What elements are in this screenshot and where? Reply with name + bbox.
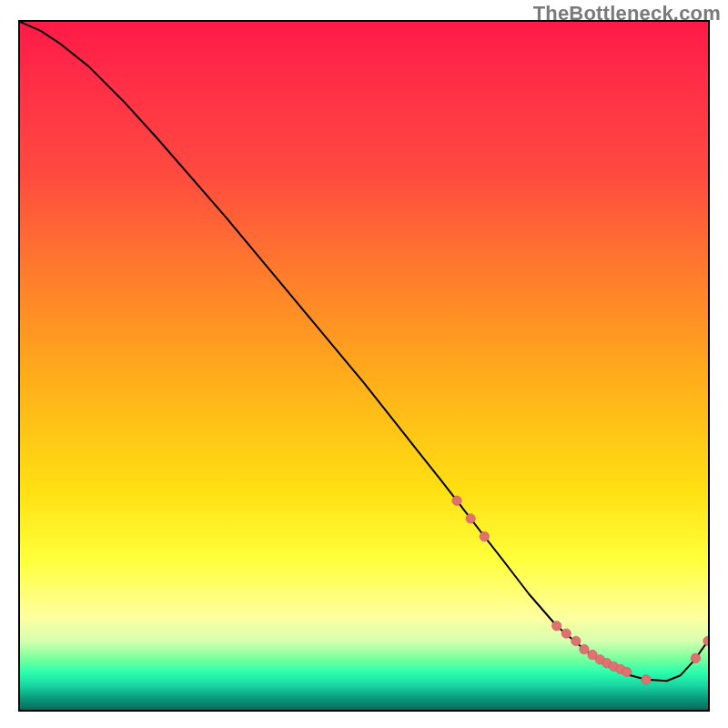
chart-frame: TheBottleneck.com bbox=[0, 0, 728, 728]
plot-svg bbox=[20, 22, 708, 710]
data-point bbox=[622, 667, 632, 676]
data-point bbox=[703, 636, 708, 645]
data-point bbox=[452, 496, 461, 505]
data-point bbox=[691, 653, 700, 662]
plot-area bbox=[18, 20, 710, 712]
data-point bbox=[580, 644, 589, 653]
data-point bbox=[571, 636, 581, 645]
data-point bbox=[551, 622, 561, 631]
marker-group bbox=[452, 496, 708, 684]
data-point bbox=[466, 514, 475, 523]
data-point bbox=[561, 629, 571, 638]
bottleneck-curve bbox=[20, 22, 708, 681]
data-point bbox=[480, 531, 489, 541]
data-point bbox=[642, 675, 651, 684]
watermark-text: TheBottleneck.com bbox=[533, 2, 721, 25]
